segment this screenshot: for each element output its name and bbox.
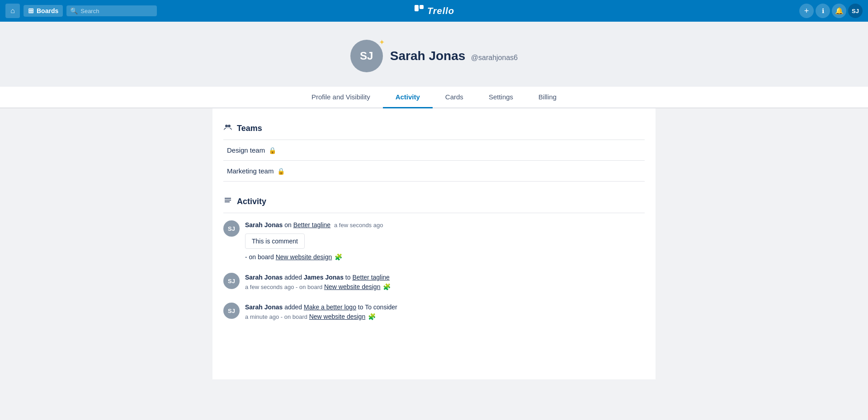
header-left: ⌂ ⊞ Boards 🔍 Search <box>5 4 157 18</box>
add-button[interactable]: + <box>799 4 814 18</box>
activity-added-user-2: James Jonas <box>304 274 344 281</box>
activity-item: SJ Sarah Jonas added Make a better logo … <box>223 303 645 322</box>
trello-logo: Trello <box>414 4 454 18</box>
teams-section: Teams Design team 🔒 Marketing team 🔒 <box>223 123 645 182</box>
profile-avatar-wrapper: SJ ✦ <box>350 40 383 72</box>
activity-avatar-initials-2: SJ <box>228 278 235 285</box>
activity-board-link-3[interactable]: New website design <box>309 313 366 320</box>
activity-item: SJ Sarah Jonas added James Jonas to Bett… <box>223 273 645 292</box>
header-right: + ℹ 🔔 SJ <box>799 4 863 18</box>
activity-time-board-2: a few seconds ago - on board New website… <box>245 282 645 292</box>
activity-avatar-initials-3: SJ <box>228 308 235 314</box>
profile-display-name: Sarah Jonas <box>390 49 466 63</box>
home-button[interactable]: ⌂ <box>5 4 20 18</box>
activity-text-3: Sarah Jonas added Make a better logo to … <box>245 303 645 312</box>
bell-icon: 🔔 <box>835 7 844 15</box>
board-prefix-1: - on board <box>245 253 274 261</box>
team-list: Design team 🔒 Marketing team 🔒 <box>223 140 645 182</box>
activity-on-1: on <box>284 221 293 229</box>
search-placeholder: Search <box>80 8 99 14</box>
team-item: Design team 🔒 <box>223 140 645 161</box>
activity-board-1: - on board New website design 🧩 <box>245 252 645 262</box>
activity-card-link-2[interactable]: Better tagline <box>352 274 390 281</box>
team-name-design: Design team <box>227 146 265 154</box>
trello-logo-text: Trello <box>427 6 454 16</box>
board-emoji-2: 🧩 <box>383 283 391 290</box>
activity-card-link-3[interactable]: Make a better logo <box>304 303 356 311</box>
activity-avatar-initials-1: SJ <box>228 225 235 232</box>
teams-section-header: Teams <box>223 123 645 134</box>
activity-added-2: added <box>284 274 304 281</box>
content-background: Teams Design team 🔒 Marketing team 🔒 <box>0 108 868 397</box>
activity-avatar-2: SJ <box>223 273 240 289</box>
activity-body-2: Sarah Jonas added James Jonas to Better … <box>245 273 645 292</box>
boards-grid-icon: ⊞ <box>28 7 34 15</box>
activity-board-link-2[interactable]: New website design <box>324 283 381 290</box>
activity-added-3: added <box>284 303 304 311</box>
board-emoji-1: 🧩 <box>335 253 342 261</box>
add-icon: + <box>804 6 809 16</box>
team-name-marketing: Marketing team <box>227 167 274 175</box>
activity-to-2: to <box>345 274 353 281</box>
lock-icon-marketing: 🔒 <box>277 168 285 175</box>
activity-comment-1: This is comment <box>245 233 305 249</box>
user-avatar-button[interactable]: SJ <box>848 4 863 18</box>
activity-body-1: Sarah Jonas on Better tagline a few seco… <box>245 220 645 262</box>
info-button[interactable]: ℹ <box>816 4 830 18</box>
tab-cards[interactable]: Cards <box>433 87 476 108</box>
activity-item: SJ Sarah Jonas on Better tagline a few s… <box>223 220 645 262</box>
profile-name-block: Sarah Jonas @sarahjonas6 <box>390 49 518 63</box>
team-item: Marketing team 🔒 <box>223 161 645 182</box>
activity-avatar-1: SJ <box>223 220 240 237</box>
svg-point-3 <box>228 125 231 127</box>
info-icon: ℹ <box>822 7 824 14</box>
avatar-initials: SJ <box>852 8 859 14</box>
activity-text-1: Sarah Jonas on Better tagline a few seco… <box>245 220 645 230</box>
profile-avatar-initials: SJ <box>360 50 373 62</box>
activity-actor-2: Sarah Jonas <box>245 274 283 281</box>
activity-body-3: Sarah Jonas added Make a better logo to … <box>245 303 645 322</box>
board-prefix-3: - on board <box>281 313 309 320</box>
header-center: Trello <box>414 4 454 18</box>
boards-label: Boards <box>37 7 58 14</box>
trello-logo-icon <box>414 4 425 18</box>
svg-rect-0 <box>415 5 419 11</box>
activity-divider <box>223 213 645 213</box>
profile-info: SJ ✦ Sarah Jonas @sarahjonas6 <box>350 40 518 72</box>
tab-profile[interactable]: Profile and Visibility <box>299 87 383 108</box>
activity-list-3: To consider <box>365 303 397 311</box>
svg-point-2 <box>225 125 228 127</box>
activity-title: Activity <box>237 197 266 206</box>
activity-avatar-3: SJ <box>223 303 240 319</box>
activity-section-header: Activity <box>223 196 645 207</box>
lock-icon-design: 🔒 <box>269 147 276 154</box>
activity-card-link-1[interactable]: Better tagline <box>293 221 331 229</box>
main-content: Teams Design team 🔒 Marketing team 🔒 <box>212 108 656 379</box>
activity-board-link-1[interactable]: New website design <box>276 253 332 261</box>
activity-icon <box>223 196 232 207</box>
activity-text-2: Sarah Jonas added James Jonas to Better … <box>245 273 645 282</box>
profile-username: @sarahjonas6 <box>471 54 518 61</box>
activity-time-3: a minute ago <box>245 313 281 320</box>
tab-settings[interactable]: Settings <box>476 87 526 108</box>
activity-to-3: to <box>358 303 365 311</box>
board-prefix-2: - on board <box>296 284 324 290</box>
app-header: ⌂ ⊞ Boards 🔍 Search Trello + ℹ <box>0 0 868 22</box>
activity-time-1: a few seconds ago <box>334 222 383 229</box>
activity-time-board-3: a minute ago - on board New website desi… <box>245 312 645 322</box>
activity-time-2: a few seconds ago <box>245 284 296 290</box>
search-bar[interactable]: 🔍 Search <box>66 5 157 16</box>
tab-billing[interactable]: Billing <box>526 87 569 108</box>
activity-actor-1: Sarah Jonas <box>245 221 283 229</box>
activity-section: Activity SJ Sarah Jonas on Better taglin… <box>223 196 645 322</box>
tab-activity[interactable]: Activity <box>383 87 433 108</box>
search-icon: 🔍 <box>70 7 78 14</box>
tabs-bar: Profile and Visibility Activity Cards Se… <box>0 87 868 108</box>
profile-star: ✦ <box>379 38 385 47</box>
notifications-button[interactable]: 🔔 <box>832 4 846 18</box>
board-emoji-3: 🧩 <box>368 313 376 320</box>
teams-title: Teams <box>237 124 262 133</box>
profile-section: SJ ✦ Sarah Jonas @sarahjonas6 Profile an… <box>0 22 868 108</box>
boards-button[interactable]: ⊞ Boards <box>24 5 63 17</box>
activity-actor-3: Sarah Jonas <box>245 303 283 311</box>
